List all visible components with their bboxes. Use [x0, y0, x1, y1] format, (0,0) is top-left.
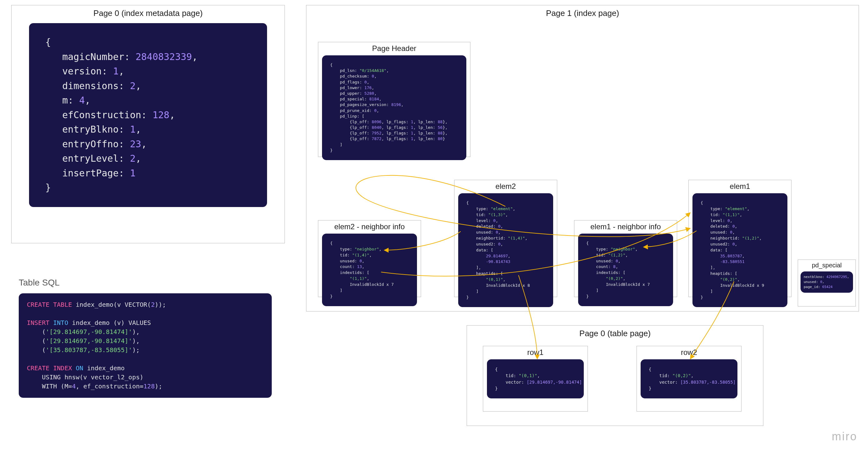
table-sql-label: Table SQL	[19, 278, 60, 288]
miro-watermark: miro	[832, 430, 857, 443]
elem2-code: { type: "element", tid: "(1,3)", level: …	[458, 193, 553, 307]
row2-box: row2 { tid: "(0,2)", vector: [35.803787,…	[637, 346, 742, 412]
row1-title: row1	[483, 346, 588, 359]
elem1-neighbor-title: elem1 - neighbor info	[575, 221, 677, 233]
elem1-box: elem1 { type: "element", tid: "(1,1)", l…	[688, 180, 792, 297]
elem2-neighbor-code: { type: "neighbor", tid: "(1,4)", unused…	[322, 233, 417, 306]
elem1-code: { type: "element", tid: "(1,1)", level: …	[692, 193, 787, 307]
table-sql-code: CREATE TABLE index_demo(v VECTOR(2)); IN…	[19, 293, 272, 398]
elem2-title: elem2	[455, 180, 557, 193]
page1-title: Page 1 (index page)	[306, 5, 859, 23]
row2-title: row2	[637, 346, 741, 359]
table-page-title: Page 0 (table page)	[467, 326, 763, 343]
elem2-neighbor-box: elem2 - neighbor info { type: "neighbor"…	[318, 220, 421, 297]
elem2-box: elem2 { type: "element", tid: "(1,3)", l…	[454, 180, 557, 297]
row2-code: { tid: "(0,2)", vector: [35.803787,-83.5…	[641, 359, 738, 398]
elem1-title: elem1	[689, 180, 791, 193]
pd-special-box: pd_special nextblkno: 4294967295, unused…	[798, 259, 856, 306]
page-header-title: Page Header	[318, 42, 470, 55]
row1-box: row1 { tid: "(0,1)", vector: [29.814697,…	[483, 346, 588, 412]
page-header-box: Page Header { pd_lsn: "0/154A618", pd_ch…	[318, 42, 470, 157]
page0-metadata-code: { magicNumber: 2840832339, version: 1, d…	[29, 23, 267, 207]
pd-special-title: pd_special	[798, 260, 856, 271]
page0-metadata-panel: Page 0 (index metadata page) { magicNumb…	[11, 5, 285, 243]
row1-code: { tid: "(0,1)", vector: [29.814697,-90.8…	[487, 359, 584, 398]
page0-metadata-title: Page 0 (index metadata page)	[11, 5, 284, 23]
elem1-neighbor-code: { type: "neighbor", tid: "(1,2)", unused…	[578, 233, 673, 306]
elem1-neighbor-box: elem1 - neighbor info { type: "neighbor"…	[574, 220, 677, 297]
elem2-neighbor-title: elem2 - neighbor info	[318, 221, 421, 233]
pd-special-code: nextblkno: 4294967295, unused: 0, page_i…	[801, 272, 853, 293]
page-header-code: { pd_lsn: "0/154A618", pd_checksum: 0, p…	[322, 55, 466, 160]
